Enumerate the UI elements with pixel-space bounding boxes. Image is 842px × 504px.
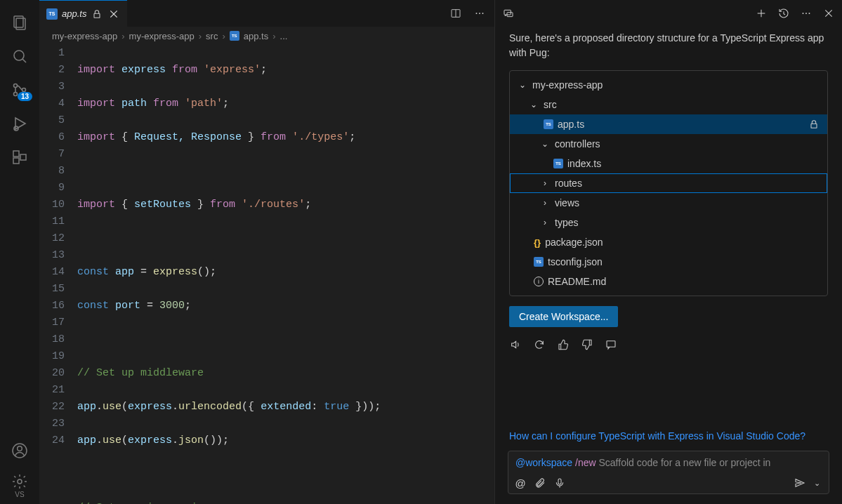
svg-rect-14	[94, 13, 100, 18]
create-workspace-button[interactable]: Create Workspace...	[509, 306, 618, 327]
breadcrumb-seg[interactable]: src	[206, 31, 218, 41]
chevron-down-icon: ⌄	[539, 139, 551, 149]
thumbs-down-icon[interactable]	[581, 338, 593, 351]
code-content[interactable]: import express from 'express'; import pa…	[77, 45, 494, 504]
chevron-down-icon: ⌄	[517, 80, 528, 90]
at-icon[interactable]: @	[514, 477, 527, 489]
chevron-right-icon: ›	[539, 218, 551, 227]
tab-bar: TS app.ts ···	[39, 0, 494, 27]
retry-icon[interactable]	[533, 338, 546, 351]
svg-rect-10	[20, 154, 26, 160]
chat-input[interactable]: @workspace /new Scaffold code for a new …	[508, 451, 829, 494]
chevron-right-icon: ›	[539, 178, 551, 188]
chat-suggestion-link[interactable]: How can I configure TypeScript with Expr…	[509, 429, 828, 444]
svg-rect-26	[607, 341, 615, 347]
tree-row-app-ts[interactable]: TSapp.ts	[510, 114, 827, 134]
svg-rect-9	[13, 158, 19, 164]
typescript-icon: TS	[553, 159, 563, 168]
tree-row-tsconfig[interactable]: TStsconfig.json	[510, 252, 827, 272]
source-control-icon[interactable]: 13	[3, 73, 37, 107]
vs-label: VS	[15, 491, 24, 498]
lock-icon	[808, 118, 820, 131]
chat-feedback-row	[509, 337, 828, 352]
send-icon[interactable]	[794, 477, 806, 489]
svg-rect-27	[558, 479, 561, 484]
braces-icon: {}	[534, 237, 541, 248]
breadcrumb-seg[interactable]: ...	[280, 31, 288, 41]
breadcrumb-seg[interactable]: my-express-app	[52, 31, 117, 41]
search-icon[interactable]	[3, 39, 37, 73]
line-gutter: 123456789101112131415161718192021222324	[39, 45, 77, 504]
tree-row-package-json[interactable]: {}package.json	[510, 232, 827, 252]
svg-rect-8	[13, 151, 19, 157]
breadcrumb-seg[interactable]: my-express-app	[129, 31, 195, 41]
svg-point-2	[14, 51, 24, 60]
plus-icon[interactable]	[755, 7, 768, 20]
chat-input-text[interactable]: @workspace /new Scaffold code for a new …	[508, 451, 829, 474]
tree-row-src[interactable]: ⌄src	[510, 95, 827, 114]
typescript-icon: TS	[46, 8, 58, 20]
proposed-file-tree: ⌄my-express-app ⌄src TSapp.ts ⌄controlle…	[509, 70, 828, 296]
typescript-icon: TS	[230, 31, 239, 41]
account-icon[interactable]	[3, 434, 37, 467]
chat-icon[interactable]	[502, 7, 515, 20]
tab-label: app.ts	[62, 8, 86, 19]
svg-point-13	[18, 479, 22, 484]
tab-app-ts[interactable]: TS app.ts	[39, 0, 127, 27]
svg-point-12	[18, 446, 22, 451]
svg-point-5	[14, 93, 18, 96]
svg-point-6	[22, 88, 26, 92]
activity-bar: 13 VS	[0, 0, 39, 504]
chevron-down-icon: ⌄	[528, 100, 539, 110]
split-editor-icon[interactable]	[449, 7, 462, 20]
more-icon[interactable]: ···	[800, 7, 813, 20]
typescript-icon: TS	[544, 119, 553, 129]
chevron-right-icon: ›	[539, 198, 551, 208]
svg-line-3	[22, 59, 26, 62]
speaker-icon[interactable]	[509, 338, 522, 351]
breadcrumb[interactable]: my-express-app› my-express-app› src› TS …	[39, 27, 494, 45]
explorer-icon[interactable]	[3, 6, 37, 39]
tree-row-controllers[interactable]: ⌄controllers	[510, 134, 827, 154]
code-editor[interactable]: 123456789101112131415161718192021222324 …	[39, 45, 494, 504]
scm-badge: 13	[18, 92, 32, 101]
chat-message: Sure, here's a proposed directory struct…	[509, 31, 828, 60]
settings-icon[interactable]: VS	[3, 467, 37, 504]
tree-row-views[interactable]: ›views	[510, 193, 827, 213]
thumbs-up-icon[interactable]	[557, 338, 570, 351]
extensions-icon[interactable]	[3, 140, 37, 174]
lock-icon	[91, 8, 103, 20]
mic-icon[interactable]	[553, 477, 566, 489]
close-icon[interactable]	[107, 8, 120, 20]
chat-header: ···	[495, 0, 842, 27]
run-debug-icon[interactable]	[3, 107, 37, 140]
tree-row-readme[interactable]: iREADME.md	[510, 272, 827, 291]
breadcrumb-seg[interactable]: app.ts	[244, 31, 268, 41]
chevron-down-icon[interactable]: ⌄	[810, 477, 823, 489]
tsconfig-icon: TS	[534, 257, 544, 267]
close-icon[interactable]	[822, 7, 835, 20]
tree-row-root[interactable]: ⌄my-express-app	[510, 75, 827, 95]
tree-row-routes[interactable]: ›routes	[510, 173, 827, 193]
attach-icon[interactable]	[534, 477, 546, 489]
chat-panel: ··· Sure, here's a proposed directory st…	[494, 0, 842, 504]
editor-group: TS app.ts ··· my-express-app› my-express…	[39, 0, 494, 504]
tree-row-index-ts[interactable]: TSindex.ts	[510, 154, 827, 173]
history-icon[interactable]	[777, 7, 790, 20]
tree-row-types[interactable]: ›types	[510, 213, 827, 232]
comment-icon[interactable]	[605, 338, 617, 351]
chat-body: Sure, here's a proposed directory struct…	[495, 27, 842, 451]
more-icon[interactable]: ···	[473, 7, 486, 20]
svg-point-4	[14, 84, 18, 88]
svg-rect-25	[811, 124, 817, 128]
info-icon: i	[534, 277, 544, 286]
